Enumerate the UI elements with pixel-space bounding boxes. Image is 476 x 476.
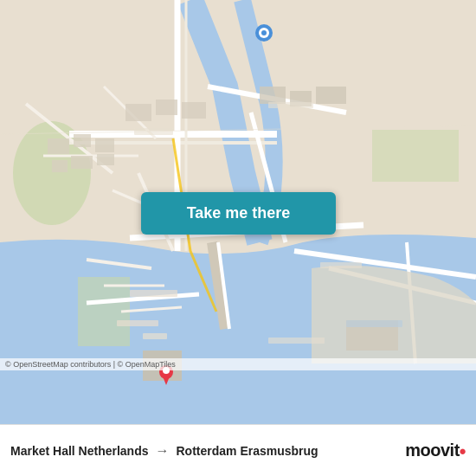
svg-rect-22	[320, 262, 362, 268]
moovit-logo-text: moovit•	[405, 441, 466, 460]
svg-rect-21	[268, 338, 325, 344]
svg-rect-3	[372, 130, 459, 182]
svg-rect-6	[95, 138, 114, 152]
svg-rect-4	[48, 138, 69, 154]
svg-rect-13	[260, 87, 286, 104]
svg-rect-9	[97, 154, 114, 165]
bottom-bar: Market Hall Netherlands → Rotterdam Eras…	[0, 424, 476, 476]
svg-rect-10	[125, 104, 151, 121]
svg-point-29	[261, 30, 267, 35]
svg-rect-19	[268, 102, 313, 108]
svg-rect-18	[134, 128, 173, 135]
svg-rect-8	[71, 156, 93, 169]
svg-rect-23	[346, 320, 402, 327]
route-info: Market Hall Netherlands → Rotterdam Eras…	[10, 443, 405, 459]
svg-rect-5	[74, 134, 91, 147]
moovit-logo: moovit•	[405, 441, 466, 460]
svg-rect-12	[182, 102, 206, 119]
route-arrow-icon: →	[156, 443, 170, 459]
take-me-there-button[interactable]: Take me there	[141, 192, 336, 235]
svg-rect-11	[156, 100, 177, 115]
map-container: Take me there © OpenStreetMap contributo…	[0, 0, 476, 424]
origin-label: Market Hall Netherlands	[10, 444, 149, 458]
svg-rect-7	[52, 160, 68, 172]
map-attribution: © OpenStreetMap contributors | © OpenMap…	[0, 358, 476, 370]
svg-rect-25	[117, 320, 158, 326]
svg-rect-15	[316, 87, 346, 104]
destination-label: Rotterdam Erasmusbrug	[177, 444, 318, 458]
svg-rect-24	[130, 290, 177, 297]
svg-rect-26	[143, 333, 167, 339]
